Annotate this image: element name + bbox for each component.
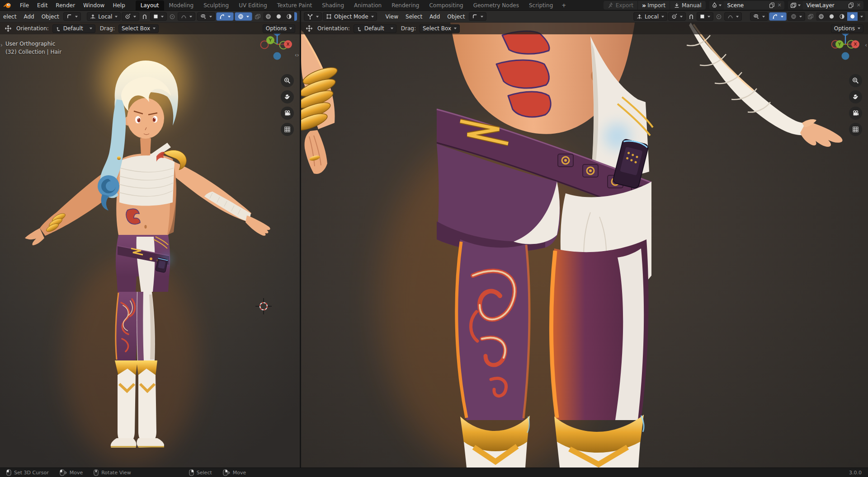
menu-select[interactable]: Select [402, 11, 425, 23]
tab-rendering[interactable]: Rendering [387, 0, 424, 11]
overlays-toggle[interactable] [235, 12, 252, 21]
new-scene-button[interactable] [767, 2, 777, 8]
xray-toggle[interactable] [253, 14, 262, 20]
pan-button[interactable] [849, 90, 862, 103]
menu-add[interactable]: Add [20, 11, 37, 23]
snap-to-dropdown[interactable] [122, 12, 139, 21]
gizmo-x-label: X [854, 42, 857, 47]
shading-dropdown[interactable] [858, 12, 865, 21]
options-dropdown[interactable]: Options [263, 24, 295, 33]
snap-to-dropdown[interactable] [668, 12, 686, 21]
pan-button[interactable] [281, 90, 294, 103]
tool-dropdown[interactable] [63, 12, 81, 21]
grid-view-button[interactable] [849, 123, 862, 136]
tab-compositing[interactable]: Compositing [424, 0, 468, 11]
add-workspace-button[interactable]: + [558, 0, 570, 11]
snap-target-dropdown[interactable] [697, 12, 713, 21]
shading-wireframe-button[interactable] [816, 12, 826, 21]
menu-window[interactable]: Window [79, 0, 108, 11]
menu-select-truncated[interactable]: elect [0, 11, 19, 23]
drag-value-dropdown[interactable]: Select Box [420, 24, 460, 33]
shading-solid-button[interactable] [274, 12, 284, 21]
overlays-toggle[interactable] [788, 12, 805, 21]
statusbar-hint-move: Move [60, 469, 83, 476]
orientation-value-dropdown[interactable]: Default [354, 24, 396, 33]
manual-button[interactable]: Manual [670, 1, 706, 9]
tab-layout[interactable]: Layout [136, 0, 164, 11]
eye-pointer-icon [200, 14, 207, 19]
tab-geometry-nodes[interactable]: Geometry Nodes [468, 0, 524, 11]
shading-wireframe-button[interactable] [263, 12, 274, 21]
object-visibility-dropdown[interactable] [750, 12, 768, 21]
region-toggle-left-icon[interactable]: › [0, 42, 3, 48]
editor-type-dropdown[interactable] [304, 12, 322, 21]
snap-toggle[interactable] [140, 14, 149, 20]
gizmos-toggle[interactable] [216, 12, 234, 21]
tab-animation[interactable]: Animation [349, 0, 387, 11]
export-button[interactable]: Export [604, 1, 638, 9]
viewport-splitter[interactable] [300, 11, 301, 468]
blender-logo-icon[interactable] [4, 2, 11, 9]
tab-scripting[interactable]: Scripting [524, 0, 558, 11]
proportional-editing-toggle[interactable] [168, 14, 177, 20]
proportional-falloff-dropdown[interactable] [724, 12, 742, 21]
camera-view-button[interactable] [849, 107, 862, 120]
chevron-down-icon [133, 16, 136, 18]
region-toggle-right-icon[interactable]: ‹ [865, 42, 867, 48]
transform-orientation-dropdown[interactable]: Local [633, 12, 667, 21]
viewport-right[interactable]: Object Mode View Select Add Object Local [301, 11, 868, 468]
options-dropdown[interactable]: Options [831, 24, 863, 33]
viewport-left-canvas[interactable] [0, 23, 300, 468]
menu-add[interactable]: Add [426, 11, 443, 23]
topbar-right: Export » Import Manual Scene [604, 1, 863, 9]
grid-view-button[interactable] [281, 123, 294, 136]
tab-sculpting[interactable]: Sculpting [198, 0, 234, 11]
zoom-button[interactable] [849, 74, 862, 87]
shading-solid-button[interactable] [826, 12, 837, 21]
viewlayer-selector[interactable]: ViewLayer ✕ [788, 1, 863, 9]
viewport-left[interactable]: elect Add Object Local [0, 11, 300, 468]
proportional-falloff-dropdown[interactable] [178, 12, 195, 21]
transform-orientation-dropdown[interactable]: Local [87, 12, 121, 21]
shading-material-button[interactable] [837, 12, 847, 21]
tool-dropdown[interactable] [469, 12, 486, 21]
snap-target-dropdown[interactable] [150, 12, 167, 21]
tab-texture-paint[interactable]: Texture Paint [272, 0, 317, 11]
editor-3d-viewport-icon [307, 14, 313, 19]
viewport-right-canvas[interactable] [301, 23, 868, 468]
object-visibility-dropdown[interactable] [197, 12, 215, 21]
default-orientation-icon [357, 26, 362, 32]
menu-object[interactable]: Object [444, 11, 468, 23]
menu-help[interactable]: Help [108, 0, 129, 11]
chevron-down-icon [246, 16, 249, 18]
zoom-button[interactable] [281, 74, 294, 87]
menu-view[interactable]: View [382, 11, 401, 23]
drag-value-dropdown[interactable]: Select Box [118, 24, 159, 33]
unlink-scene-button close-icon[interactable]: ✕ [777, 2, 784, 8]
tab-uv-editing[interactable]: UV Editing [234, 0, 272, 11]
import-button[interactable]: » Import [638, 1, 670, 9]
snap-toggle[interactable] [687, 14, 696, 20]
shading-rendered-button[interactable] [847, 12, 858, 21]
view-name-text: User Orthographic [5, 40, 61, 48]
mode-dropdown[interactable]: Object Mode [323, 12, 377, 21]
menu-edit[interactable]: Edit [33, 0, 52, 11]
remove-viewlayer-button close-icon[interactable]: ✕ [856, 2, 863, 8]
tab-modeling[interactable]: Modeling [164, 0, 199, 11]
magnet-icon [688, 14, 694, 20]
menu-object[interactable]: Object [38, 11, 62, 23]
region-toggle-divider-icon[interactable]: ‹› [295, 52, 299, 58]
tab-shading[interactable]: Shading [317, 0, 349, 11]
gizmos-toggle[interactable] [769, 12, 787, 21]
orientation-value-dropdown[interactable]: Default [52, 24, 95, 33]
xray-toggle[interactable] [806, 14, 815, 20]
camera-view-button[interactable] [281, 107, 294, 120]
menu-file[interactable]: File [16, 0, 33, 11]
proportional-editing-toggle[interactable] [714, 14, 723, 20]
scene-selector[interactable]: Scene ✕ [709, 1, 784, 9]
chevron-down-icon [719, 5, 722, 6]
new-viewlayer-button[interactable] [846, 2, 856, 8]
shading-material-button[interactable] [284, 12, 294, 21]
menu-render[interactable]: Render [52, 0, 79, 11]
shading-rendered-button[interactable] [294, 12, 297, 21]
